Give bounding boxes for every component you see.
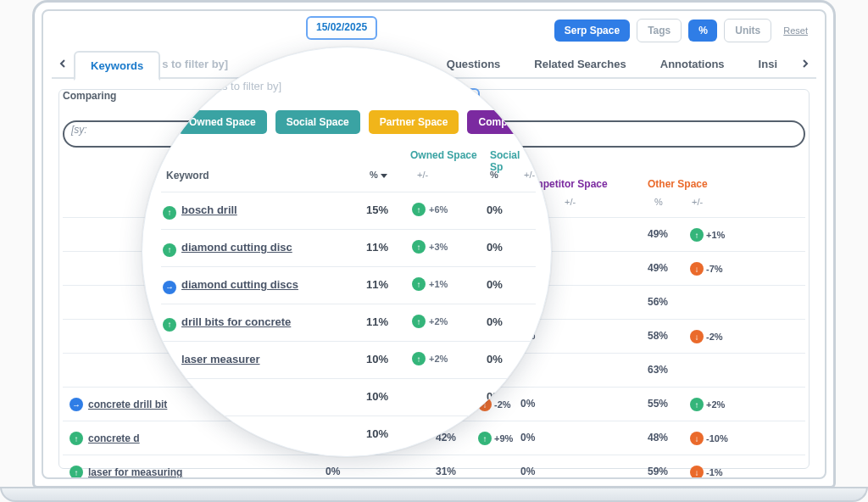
table-row: ↑bosch drill15%↑+6%0% (161, 192, 536, 229)
arrow-up-icon: ↑ (690, 228, 704, 242)
laptop-base (0, 487, 868, 502)
lens-col-keyword[interactable]: Keyword (166, 170, 209, 181)
value-cell: 0% (326, 466, 340, 477)
other-cell: 48% (648, 432, 668, 443)
table-row: ↑drill bits for concrete11%↑+2%0% (161, 304, 536, 341)
keyword-cell[interactable]: bosch drill (181, 204, 237, 216)
arrow-up-icon: ↑ (70, 466, 83, 479)
reset-link[interactable]: Reset (778, 22, 813, 39)
lens-col-owned[interactable]: Owned Space (410, 149, 477, 161)
other-cell: 49% (648, 262, 668, 274)
other-cell: 56% (648, 296, 668, 308)
pct-label: % (370, 170, 378, 180)
tab-insights[interactable]: Insi (742, 49, 794, 79)
space-pills: Owned Space Social Space Partner Space C… (178, 110, 527, 134)
arrow-up-icon: ↑ (412, 315, 426, 328)
delta-cell: ↑+9% (478, 432, 513, 445)
competitor-cell: 0% (520, 398, 535, 410)
arrow-up-icon: ↑ (163, 206, 176, 220)
arrow-up-icon: ↑ (163, 318, 176, 332)
trend-icon: ↑ (163, 315, 176, 332)
col-other[interactable]: Other Space (648, 178, 708, 190)
percent-toggle[interactable]: % (688, 20, 717, 42)
keyword-cell[interactable]: ↑laser for measuring (70, 466, 182, 479)
lens-filter-hint: s to filter by] (222, 80, 281, 92)
owned-pct-cell: 10% (366, 353, 388, 365)
owned-delta-cell: ↑+3% (412, 240, 448, 254)
owned-pct-cell: 11% (366, 315, 388, 328)
units-toggle[interactable]: Units (724, 19, 771, 42)
keyword-cell[interactable]: →concrete drill bit (70, 398, 167, 411)
keyword-cell[interactable]: diamond cutting disc (181, 241, 292, 254)
trend-icon: → (163, 278, 176, 294)
table-row: laser measurer10%↑+2%0% (161, 341, 536, 378)
serp-space-button[interactable]: Serp Space (554, 20, 630, 42)
lens-col-owned-pct[interactable]: % (370, 170, 388, 180)
comparing-label: Comparing (63, 90, 116, 102)
social-pct-cell: 0% (487, 353, 503, 365)
arrow-down-icon: ↓ (690, 466, 704, 479)
top-toolbar: Serp Space Tags % Units Reset (55, 16, 813, 45)
col-other-pct[interactable]: % (654, 197, 663, 207)
social-pct-cell: 0% (487, 315, 503, 328)
arrow-up-icon: ↑ (412, 277, 426, 291)
keyword-cell[interactable]: diamond cutting discs (181, 278, 298, 291)
table-row: ↑diamond cutting disc11%↑+3%0% (161, 229, 536, 266)
tab-keywords[interactable]: Keywords (74, 51, 160, 81)
other-cell: 63% (648, 364, 668, 376)
other-delta-cell: ↓-7% (690, 262, 723, 276)
magnifier-lens: s to filter by] Owned Space Social Space… (142, 47, 552, 457)
other-delta-cell: ↑+1% (690, 228, 725, 242)
arrow-up-icon: ↑ (478, 432, 492, 445)
other-delta-cell: ↓-1% (690, 466, 723, 479)
value-cell: 31% (436, 466, 456, 477)
arrow-up-icon: ↑ (412, 240, 426, 254)
social-pct-cell: 0% (487, 278, 503, 291)
social-pct-cell: 0% (487, 241, 503, 254)
other-delta-cell: ↓-10% (690, 432, 728, 445)
arrow-down-icon: ↓ (690, 262, 704, 276)
arrow-down-icon: ↓ (690, 330, 704, 343)
tab-related-searches[interactable]: Related Searches (517, 49, 643, 79)
other-delta-cell: ↓-2% (690, 330, 723, 343)
keyword-cell[interactable]: drill bits for concrete (181, 315, 291, 328)
keyword-cell[interactable]: laser measurer (181, 353, 260, 365)
table-row: →diamond cutting discs11%↑+1%0% (161, 266, 536, 304)
lens-col-owned-pm: +/- (417, 170, 428, 180)
chevron-right-icon (801, 59, 810, 68)
owned-delta-cell: ↑+6% (412, 203, 448, 216)
arrow-up-icon: ↑ (412, 352, 426, 365)
lens-col-social-pct[interactable]: % (490, 170, 498, 180)
chevron-left-icon (58, 59, 67, 68)
owned-pct-cell: 10% (366, 427, 388, 440)
other-cell: 58% (648, 330, 668, 342)
lens-col-header: Keyword % +/- % +/- (161, 170, 532, 188)
owned-pct-cell: 10% (366, 390, 388, 403)
owned-delta-cell: ↑+1% (412, 277, 448, 291)
sort-desc-icon (380, 170, 388, 179)
competitor-cell: 0% (520, 432, 535, 443)
tab-next[interactable] (794, 53, 816, 75)
search-placeholder: [sy: (71, 124, 87, 136)
trend-icon: ↑ (163, 241, 176, 257)
tags-button[interactable]: Tags (637, 19, 682, 42)
arrow-up-icon: ↑ (70, 432, 83, 445)
owned-delta-cell: ↑+2% (412, 352, 448, 365)
owned-pct-cell: 11% (366, 241, 388, 254)
owned-pct-cell: 11% (366, 278, 388, 291)
col-other-pm: +/- (692, 197, 703, 207)
tab-prev[interactable] (52, 53, 74, 75)
lens-group-header: Owned Space Social Sp (161, 149, 532, 168)
keyword-cell[interactable]: ↑concrete d (70, 432, 140, 445)
tab-annotations[interactable]: Annotations (643, 49, 742, 79)
social-space-pill[interactable]: Social Space (275, 110, 360, 134)
trend-icon: ↑ (163, 204, 176, 220)
laptop-frame: Serp Space Tags % Units Reset 15/02/2025… (32, 0, 836, 488)
partner-space-pill[interactable]: Partner Space (369, 110, 459, 134)
arrow-up-icon: ↑ (163, 243, 176, 257)
date-chip[interactable]: 15/02/2025 (306, 16, 377, 40)
arrow-up-icon: ↑ (412, 203, 426, 216)
other-cell: 55% (648, 398, 668, 410)
col-comp-pm: +/- (565, 197, 576, 207)
arrow-down-icon: ↓ (690, 432, 704, 445)
